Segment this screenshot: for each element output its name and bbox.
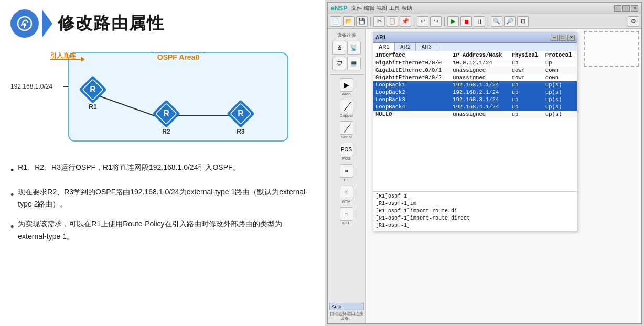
e1-label: E1	[338, 178, 355, 182]
bullet-text-3: 为实现该需求，可以在R1上使用Route-Policy在引入路由时修改外部路由的…	[18, 218, 309, 243]
tab-ar1[interactable]: AR1	[373, 43, 395, 51]
bullet-item-2: • 现在要求R2、R3学到的OSPF路由192.168.1.0/24为exter…	[10, 186, 309, 211]
toolbar-settings[interactable]: ⚙	[628, 16, 639, 27]
bullet-text-1: R1、R2、R3运行OSPF，R1将直连网段192.168.1.0/24引入OS…	[18, 161, 240, 179]
sidebar-router-icon[interactable]: 🖥	[332, 41, 346, 55]
sidebar-devices-row2: 🛡 💻	[332, 57, 361, 70]
ctl-label: CTL	[338, 221, 355, 225]
toolbar-sep3	[444, 17, 445, 26]
sidebar-ctl-tool: ≡ CTL	[338, 207, 355, 225]
bullet-dot-2: •	[10, 187, 14, 211]
bullet-list: • R1、R2、R3运行OSPF，R1将直连网段192.168.1.0/24引入…	[10, 161, 309, 243]
sidebar-switch-icon[interactable]: 📡	[347, 41, 361, 55]
table-row: LoopBack1192.168.1.1/24upup(s)	[373, 81, 577, 89]
ensp-canvas[interactable]: AR1 ─ □ ✕ AR1 AR2 AR3	[366, 29, 641, 323]
bullet-item-3: • 为实现该需求，可以在R1上使用Route-Policy在引入路由时修改外部路…	[10, 218, 309, 243]
network-diagram: 192.168.1.0/24 OSPF Area0 引入直连 R R1	[10, 47, 304, 152]
ensp-menu-file[interactable]: 文件	[351, 5, 362, 12]
toolbar-sep1	[370, 17, 371, 26]
ar1-window-controls: ─ □ ✕	[551, 35, 575, 41]
toolbar-zoom-out[interactable]: 🔎	[504, 16, 516, 27]
e1-icon[interactable]: ≈	[340, 164, 353, 178]
toolbar-redo[interactable]: ↪	[430, 16, 442, 27]
sidebar-auto-tool: ▶ Auto	[338, 78, 355, 96]
title-icon	[10, 9, 39, 38]
topology-area	[584, 31, 639, 67]
copper-icon[interactable]: ╱	[340, 100, 353, 113]
title-area: 修改路由属性	[10, 9, 309, 38]
sidebar-atm-tool: ≈ ATM	[338, 186, 355, 204]
tab-ar2[interactable]: AR2	[395, 43, 416, 51]
sidebar-divider1	[330, 74, 363, 75]
ar1-tabs: AR1 AR2 AR3	[373, 43, 577, 51]
toolbar-zoom-in[interactable]: 🔍	[491, 16, 502, 27]
toolbar-pause[interactable]: ⏸	[474, 16, 485, 27]
auto-icon[interactable]: ▶	[340, 78, 353, 92]
ensp-logo: eNSP	[331, 5, 347, 12]
col-ip: IP Address/Mask	[450, 51, 510, 59]
sidebar-devices-row1: 🖥 📡	[332, 41, 361, 55]
toolbar-undo[interactable]: ↩	[417, 16, 428, 27]
ar1-content: Interface IP Address/Mask Physical Proto…	[373, 51, 577, 191]
ensp-menu-help[interactable]: 帮助	[402, 5, 412, 12]
right-panel: eNSP 文件 编辑 视图 工具 帮助 ─ □ ✕ 📄 📂 💾 ✂ 📋 📌 ↩ …	[325, 0, 644, 326]
table-row: LoopBack3192.168.3.1/24upup(s)	[373, 96, 577, 103]
sidebar-firewall-icon[interactable]: 🛡	[332, 57, 346, 70]
sidebar-section-label: 设备连接	[337, 32, 356, 39]
ensp-main-toolbar: 📄 📂 💾 ✂ 📋 📌 ↩ ↪ ▶ ⏹ ⏸ 🔍 🔎 ⊞ ⚙	[328, 14, 641, 29]
interface-table: Interface IP Address/Mask Physical Proto…	[373, 51, 577, 118]
ar1-close[interactable]: ✕	[567, 35, 575, 41]
auto-label: Auto	[338, 92, 355, 96]
ensp-body: 设备连接 🖥 📡 🛡 💻 ▶ Auto ╱ Co	[328, 29, 641, 323]
ctl-icon[interactable]: ≡	[340, 207, 353, 221]
ensp-window: eNSP 文件 编辑 视图 工具 帮助 ─ □ ✕ 📄 📂 💾 ✂ 📋 📌 ↩ …	[327, 2, 642, 324]
table-row: LoopBack4192.168.4.1/24upup(s)	[373, 103, 577, 111]
terminal-area[interactable]: [R1]ospf 1[R1-ospf-1]im[R1-ospf-1]import…	[373, 191, 577, 231]
toolbar-stop[interactable]: ⏹	[460, 16, 472, 27]
auto-status-desc: 自动选择端口连接设备。	[329, 311, 364, 321]
pos-icon[interactable]: POS	[340, 143, 353, 156]
sidebar-pc-icon[interactable]: 💻	[347, 57, 361, 70]
ensp-menu-view[interactable]: 视图	[377, 5, 387, 12]
ar1-window: AR1 ─ □ ✕ AR1 AR2 AR3	[373, 32, 577, 231]
pos-label: POS	[338, 156, 355, 161]
sidebar-serial-tool: ╱ Serial	[338, 121, 355, 139]
toolbar-new[interactable]: 📄	[330, 16, 341, 27]
ensp-menu-edit[interactable]: 编辑	[364, 5, 374, 12]
toolbar-fit[interactable]: ⊞	[517, 16, 529, 27]
maximize-btn[interactable]: □	[622, 5, 630, 12]
bullet-dot-1: •	[10, 162, 14, 179]
ar1-titlebar: AR1 ─ □ ✕	[373, 32, 577, 43]
ar1-minimize[interactable]: ─	[551, 35, 558, 41]
toolbar-start[interactable]: ▶	[447, 16, 459, 27]
serial-icon[interactable]: ╱	[340, 121, 353, 135]
subnet-label: 192.168.1.0/24	[10, 83, 52, 90]
table-row: GigabitEthernet0/0/2unassigneddowndown	[373, 74, 577, 81]
ar1-maximize[interactable]: □	[559, 35, 566, 41]
atm-icon[interactable]: ≈	[340, 186, 353, 199]
serial-label: Serial	[338, 135, 355, 139]
toolbar-cut[interactable]: ✂	[373, 16, 385, 27]
tab-ar3[interactable]: AR3	[416, 43, 437, 51]
sidebar-bottom: Auto 自动选择端口连接设备。	[329, 303, 364, 321]
terminal-line: [R1-ospf-1]im	[375, 200, 575, 208]
bullet-dot-3: •	[10, 219, 14, 243]
toolbar-copy[interactable]: 📋	[387, 16, 398, 27]
page-title: 修改路由属性	[58, 12, 165, 35]
inject-arrow	[50, 59, 82, 60]
ensp-titlebar: eNSP 文件 编辑 视图 工具 帮助 ─ □ ✕	[328, 3, 641, 14]
table-row: GigabitEthernet0/0/1unassigneddowndown	[373, 67, 577, 74]
col-phys: Physical	[510, 51, 543, 59]
close-btn[interactable]: ✕	[631, 5, 638, 12]
table-row: LoopBack2192.168.2.1/24upup(s)	[373, 89, 577, 96]
sidebar-e1-tool: ≈ E1	[338, 164, 355, 182]
toolbar-save[interactable]: 💾	[356, 16, 368, 27]
toolbar-paste[interactable]: 📌	[400, 16, 411, 27]
left-panel: 修改路由属性 192.168.1.0/24 OSPF Area0 引入直连 R	[0, 0, 325, 326]
ensp-menu-tools[interactable]: 工具	[389, 5, 400, 12]
minimize-btn[interactable]: ─	[614, 5, 621, 12]
table-row: GigabitEthernet0/0/010.0.12.1/24upup	[373, 59, 577, 67]
toolbar-open[interactable]: 📂	[343, 16, 355, 27]
sidebar-copper-tool: ╱ Copper	[338, 100, 355, 118]
ensp-sidebar: 设备连接 🖥 📡 🛡 💻 ▶ Auto ╱ Co	[328, 29, 366, 323]
